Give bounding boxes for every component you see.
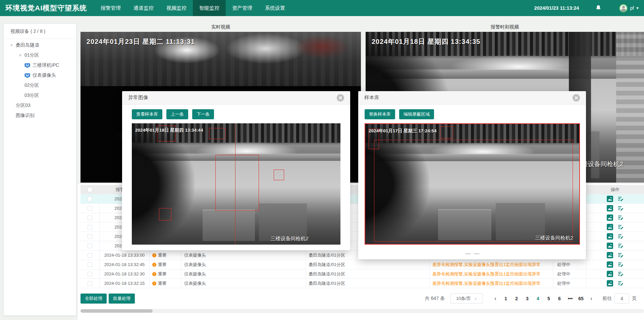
scrollbar-thumb[interactable] <box>80 309 153 313</box>
page-1[interactable]: 1 <box>500 296 511 301</box>
page-size-select[interactable]: 10条/页 ∨ <box>450 294 483 304</box>
page-3[interactable]: 3 <box>522 296 533 301</box>
row-checkbox[interactable] <box>88 197 92 201</box>
page-6[interactable]: 6 <box>554 296 565 301</box>
nav-alarm-management[interactable]: 报警管理 <box>94 0 127 16</box>
dialog-toolbar: 查看样本库 上一条 下一条 <box>122 105 350 119</box>
prev-page-button[interactable]: ‹ <box>490 296 500 302</box>
tree-label: 02分区 <box>24 82 39 88</box>
row-checkbox[interactable] <box>88 215 92 220</box>
next-item-button[interactable]: 下一条 <box>192 109 214 119</box>
tree-label: 03分区 <box>24 92 39 99</box>
cell-ops <box>586 260 644 269</box>
close-icon[interactable] <box>573 94 580 102</box>
page-ellipsis[interactable]: ••• <box>565 296 576 301</box>
avatar <box>619 4 628 12</box>
dome-camera-icon <box>24 73 30 78</box>
page-5[interactable]: 5 <box>543 296 554 301</box>
cell-ops <box>586 222 644 232</box>
bell-icon[interactable] <box>595 4 602 12</box>
sample-snapshot: 2024年01月17日 星期三 17:24:54 三楼设备间枪机2 <box>365 123 580 245</box>
cell-camera: 仪表摄像头 <box>181 260 306 269</box>
edit-note-icon[interactable] <box>617 261 624 268</box>
page-size-value: 10条/页 <box>456 296 471 302</box>
row-checkbox[interactable] <box>88 244 92 248</box>
goto-page-input[interactable] <box>614 294 629 304</box>
edit-note-icon[interactable] <box>617 243 624 249</box>
process-batch-button[interactable]: 批量处理 <box>109 294 135 304</box>
device-tree: ▼ 桑田岛隧道 ▼ 01分区 三楼球机IPC 仪表摄像头 02分区 03分区 分… <box>4 39 76 121</box>
nav-system-settings[interactable]: 系统设置 <box>259 0 291 16</box>
col-header-ops: 操作 <box>586 185 644 194</box>
edit-note-icon[interactable] <box>617 252 624 258</box>
level-important-icon <box>152 253 156 257</box>
row-checkbox[interactable] <box>88 253 92 258</box>
edit-note-icon[interactable] <box>617 224 624 230</box>
row-checkbox[interactable] <box>88 281 92 286</box>
username: pf <box>630 5 634 11</box>
carousel-dot[interactable] <box>474 253 479 254</box>
select-all-checkbox[interactable] <box>88 187 92 192</box>
nav-channel-monitor[interactable]: 通道监控 <box>127 0 160 16</box>
row-checkbox[interactable] <box>88 272 92 276</box>
page-2[interactable]: 2 <box>511 296 522 301</box>
caret-down-icon: ▼ <box>10 43 13 47</box>
dome-camera-icon <box>24 63 30 68</box>
image-icon[interactable] <box>607 196 613 202</box>
image-icon[interactable] <box>607 214 613 221</box>
edit-note-icon[interactable] <box>617 280 624 286</box>
chevron-down-icon: ▼ <box>636 6 639 10</box>
nav-asset-management[interactable]: 资产管理 <box>226 0 259 16</box>
edit-mask-area-button[interactable]: 编辑屏蔽区域 <box>399 109 434 119</box>
image-icon[interactable] <box>607 233 613 240</box>
row-checkbox[interactable] <box>88 206 92 211</box>
tree-node-tunnel[interactable]: ▼ 桑田岛隧道 <box>4 40 76 50</box>
tree-node-camera-gauge[interactable]: 仪表摄像头 <box>4 70 76 80</box>
main-nav: 报警管理 通道监控 视频监控 智能监控 资产管理 系统设置 <box>94 0 291 16</box>
level-important-icon <box>152 272 156 276</box>
annotation-box <box>159 208 171 220</box>
image-icon[interactable] <box>607 243 613 249</box>
tree-node-partition03[interactable]: 分区03 <box>4 101 76 111</box>
tree-node-zone02[interactable]: 02分区 <box>4 80 76 90</box>
image-icon[interactable] <box>607 271 613 277</box>
image-icon[interactable] <box>607 205 613 211</box>
nav-video-monitor[interactable]: 视频监控 <box>160 0 193 16</box>
replace-sample-button[interactable]: 替换样本库 <box>365 109 395 119</box>
row-checkbox[interactable] <box>88 225 92 230</box>
edit-note-icon[interactable] <box>617 271 624 277</box>
goto-unit: 页 <box>632 296 637 302</box>
next-page-button[interactable]: › <box>586 296 596 302</box>
image-icon[interactable] <box>607 224 613 230</box>
edit-note-icon[interactable] <box>617 205 624 211</box>
image-icon[interactable] <box>607 280 613 286</box>
process-all-button[interactable]: 全部处理 <box>80 294 107 304</box>
view-sample-library-button[interactable]: 查看样本库 <box>132 109 162 119</box>
image-icon[interactable] <box>607 261 613 268</box>
carousel-indicators <box>358 253 586 254</box>
tree-node-image-recognition[interactable]: 图像识别 <box>4 111 76 121</box>
annotation-box <box>209 128 226 139</box>
previous-item-button[interactable]: 上一条 <box>166 109 188 119</box>
nav-smart-monitor[interactable]: 智能监控 <box>193 0 226 16</box>
abnormal-image-dialog: 异常图像 查看样本库 上一条 下一条 2024年01月18日 星期四 13:34… <box>122 91 350 250</box>
page-65[interactable]: 65 <box>576 296 586 301</box>
row-checkbox[interactable] <box>88 262 92 267</box>
edit-note-icon[interactable] <box>617 214 624 221</box>
dialog-title: 异常图像 <box>128 94 148 101</box>
tree-node-zone03[interactable]: 03分区 <box>4 90 76 101</box>
close-icon[interactable] <box>337 94 344 102</box>
tree-node-zone01[interactable]: ▼ 01分区 <box>4 50 76 60</box>
carousel-dot[interactable] <box>465 253 471 254</box>
cell-location: 桑田岛隧道/01分区 <box>306 260 430 269</box>
cell-alarm-time: 2024-01-18 13:32:30 <box>100 269 150 278</box>
edit-note-icon[interactable] <box>617 233 624 240</box>
dialog-header: 样本库 <box>358 91 586 105</box>
user-menu[interactable]: pf ▼ <box>619 4 639 12</box>
image-icon[interactable] <box>607 252 613 258</box>
horizontal-scrollbar <box>80 309 644 313</box>
row-checkbox[interactable] <box>88 234 92 239</box>
edit-note-icon[interactable] <box>617 196 624 202</box>
page-4-active[interactable]: 4 <box>533 296 543 301</box>
tree-node-camera-ipc[interactable]: 三楼球机IPC <box>4 60 76 70</box>
